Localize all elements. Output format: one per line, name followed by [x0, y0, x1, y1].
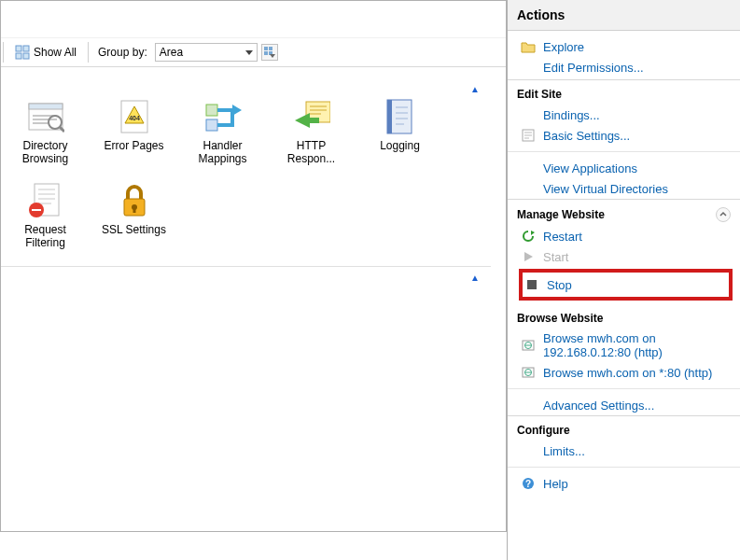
svg-rect-0 [16, 46, 21, 51]
feature-directory-browsing[interactable]: Directory Browsing [1, 94, 90, 178]
view-mode-dropdown[interactable] [261, 44, 278, 61]
svg-rect-7 [269, 51, 272, 55]
svg-marker-47 [531, 231, 535, 235]
action-view-applications[interactable]: View Applications [508, 158, 740, 178]
blank-icon [521, 107, 536, 122]
group-by-value: Area [160, 46, 183, 59]
svg-rect-1 [23, 46, 29, 51]
svg-rect-6 [264, 51, 268, 55]
svg-rect-3 [23, 53, 29, 59]
feature-error-pages[interactable]: 404 Error Pages [90, 94, 178, 178]
feature-grid: Directory Browsing 404 Error Pages Handl… [1, 94, 491, 262]
action-start: Start [508, 246, 740, 267]
link-label: Restart [543, 230, 731, 244]
svg-rect-28 [387, 100, 392, 133]
link-label: Basic Settings... [543, 129, 731, 143]
handler-mappings-icon [204, 98, 242, 135]
section-manage-website: Manage Website [508, 199, 740, 226]
blank-icon [521, 161, 536, 175]
error-pages-icon: 404 [116, 98, 153, 135]
action-view-virtual-directories[interactable]: View Virtual Directories [508, 178, 740, 199]
blank-icon [521, 181, 536, 196]
feature-label: SSL Settings [102, 223, 166, 236]
actions-title: Actions [508, 0, 740, 31]
highlight-stop: Stop [519, 269, 733, 301]
feature-http-response[interactable]: HTTP Respon... [267, 94, 356, 178]
globe-icon [521, 365, 536, 380]
help-icon: ? [521, 476, 536, 491]
directory-browsing-icon [27, 98, 64, 135]
svg-rect-19 [206, 119, 217, 131]
link-label: Bindings... [543, 108, 731, 122]
action-help[interactable]: ? Help [508, 473, 740, 494]
grid-icon [15, 45, 30, 60]
feature-request-filtering[interactable]: Request Filtering [1, 178, 90, 262]
section-browse-website: Browse Website [508, 302, 740, 329]
action-edit-permissions[interactable]: Edit Permissions... [508, 57, 740, 77]
collapse-section-button[interactable] [716, 207, 731, 222]
stop-icon [524, 277, 539, 292]
group-by-dropdown[interactable]: Area [155, 43, 258, 62]
play-icon [521, 249, 536, 264]
svg-rect-42 [133, 207, 135, 213]
link-label: Edit Permissions... [543, 61, 731, 75]
globe-icon [521, 338, 536, 353]
svg-rect-9 [29, 104, 63, 109]
section-label: Edit Site [517, 88, 562, 101]
actions-pane: Actions Explore Edit Permissions... Edit… [507, 0, 740, 560]
action-browse-1[interactable]: Browse mwh.com on 192.168.0.12:80 (http) [508, 329, 740, 362]
thumbs-icon [264, 47, 273, 56]
link-label: Help [543, 477, 731, 491]
ssl-settings-icon [116, 182, 153, 219]
toolbar-sep [3, 42, 4, 63]
link-label: Browse mwh.com on 192.168.0.12:80 (http) [543, 331, 731, 359]
link-label: View Applications [543, 161, 731, 175]
feature-label: Error Pages [104, 139, 163, 152]
features-view: Show All Group by: Area ▲ Directory Brow… [0, 0, 507, 532]
blank-icon [521, 60, 536, 75]
blank-icon [521, 443, 536, 458]
toolbar-sep [88, 42, 89, 63]
svg-text:?: ? [525, 479, 531, 489]
feature-ssl-settings[interactable]: SSL Settings [90, 178, 178, 262]
svg-marker-20 [232, 105, 242, 116]
svg-rect-2 [16, 53, 21, 59]
svg-rect-5 [269, 47, 272, 50]
svg-rect-4 [264, 47, 268, 50]
svg-marker-48 [524, 252, 533, 261]
action-advanced-settings[interactable]: Advanced Settings... [508, 395, 740, 415]
feature-handler-mappings[interactable]: Handler Mappings [178, 94, 267, 178]
view-toolbar: Show All Group by: Area [1, 38, 506, 67]
show-all-button[interactable]: Show All [9, 43, 82, 62]
svg-rect-12 [33, 122, 49, 124]
group-collapse-toggle[interactable]: ▲ [1, 84, 491, 94]
link-label: Stop [547, 278, 729, 292]
section-label: Manage Website [517, 208, 605, 221]
show-all-label: Show All [34, 46, 77, 59]
logging-icon [382, 98, 419, 135]
blank-icon [521, 398, 536, 413]
action-basic-settings[interactable]: Basic Settings... [508, 125, 740, 146]
action-stop[interactable]: Stop [523, 274, 729, 295]
action-limits[interactable]: Limits... [508, 441, 740, 461]
action-restart[interactable]: Restart [508, 226, 740, 246]
request-filtering-icon [27, 182, 64, 219]
action-explore[interactable]: Explore [508, 36, 740, 57]
svg-line-14 [60, 127, 64, 132]
restart-icon [521, 229, 536, 244]
feature-label: Directory Browsing [7, 139, 84, 165]
feature-label: HTTP Respon... [273, 139, 350, 165]
section-edit-site: Edit Site [508, 79, 740, 105]
group-by-label: Group by: [94, 46, 151, 59]
feature-logging[interactable]: Logging [356, 94, 444, 178]
svg-marker-25 [295, 113, 310, 128]
group-collapse-toggle[interactable]: ▲ [1, 267, 491, 283]
action-bindings[interactable]: Bindings... [508, 105, 740, 125]
link-label: Start [543, 250, 731, 264]
svg-rect-26 [310, 118, 319, 123]
link-label: Browse mwh.com on *:80 (http) [543, 366, 731, 380]
feature-label: Handler Mappings [185, 139, 261, 165]
feature-label: Logging [380, 139, 420, 152]
features-content: ▲ Directory Browsing 404 Error Pages [1, 67, 506, 290]
action-browse-2[interactable]: Browse mwh.com on *:80 (http) [508, 362, 740, 383]
